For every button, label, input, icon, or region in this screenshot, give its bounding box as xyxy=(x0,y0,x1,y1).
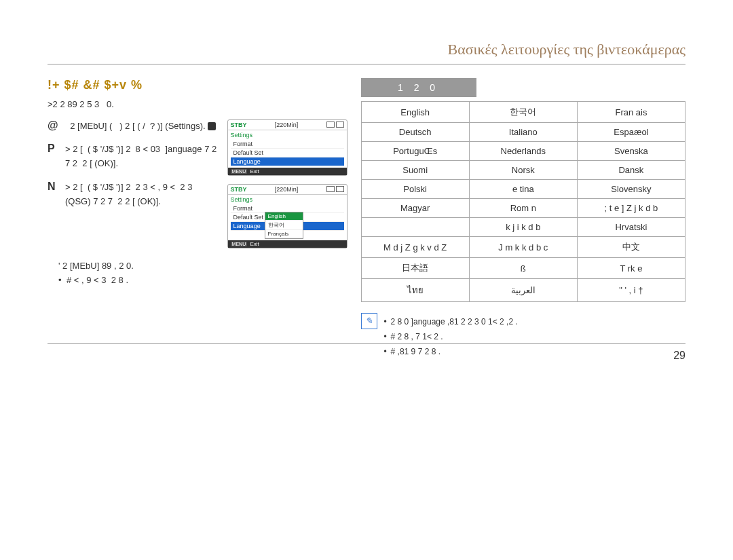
note-item: # 2 8 , 7 1< 2 . xyxy=(384,331,518,343)
stby-label: STBY xyxy=(231,122,247,128)
submenu-english[interactable]: English xyxy=(265,212,303,221)
note-item: 2 8 0 ]anguage ,81 2 2 3 0 1< 2 ,2 . xyxy=(384,316,518,328)
language-cell: " ' , i † xyxy=(577,279,685,302)
language-cell: Italiano xyxy=(469,123,577,142)
language-cell: Deutsch xyxy=(361,123,469,142)
camera-screen-settings: STBY [220Min] Settings Format Default Se… xyxy=(227,119,347,176)
exit-label: Exit xyxy=(250,168,259,174)
language-cell: 日本語 xyxy=(361,258,469,279)
menu-badge: MENU xyxy=(231,169,248,174)
intro-text: >2 2 89 2 5 3 0. xyxy=(48,98,347,111)
rec-time: [220Min] xyxy=(275,186,299,193)
stby-label: STBY xyxy=(231,186,247,193)
menu-item-default-set[interactable]: Default Set xyxy=(231,149,344,157)
battery-icon xyxy=(336,122,344,128)
section-title: !+ $# &# $+v % xyxy=(48,78,347,92)
header-divider xyxy=(48,64,685,64)
language-table: English한국어Fran aisDeutschItalianoEspaæol… xyxy=(361,101,685,302)
step-text: 2 [MEbU] ( ) 2 [ ( / ? )] (Settings). xyxy=(65,119,219,134)
after-step-text: ' 2 [MEbU] 89 , 2 0. xyxy=(58,261,347,271)
step-number: N xyxy=(48,181,60,209)
rec-time: [220Min] xyxy=(275,122,299,128)
language-cell: العربية xyxy=(469,279,577,302)
submenu-korean[interactable]: 한국어 xyxy=(265,221,303,230)
language-cell: Norsk xyxy=(469,161,577,180)
after-step-bullet: # < , 9 < 3 2 8 . xyxy=(58,274,347,287)
sd-icon xyxy=(326,122,335,128)
menu-badge: MENU xyxy=(231,242,248,246)
chapter-title: Βασικές λειτουργίες της βιντεοκάμερας xyxy=(48,41,685,58)
note-body: 2 8 0 ]anguage ,81 2 2 3 0 1< 2 ,2 . # 2… xyxy=(384,313,518,358)
language-cell: 한국어 xyxy=(469,102,577,123)
step-number: P xyxy=(48,143,60,171)
note-icon: ✎ xyxy=(361,313,377,329)
language-cell: Hrvatski xyxy=(577,218,685,237)
language-cell: T rk e xyxy=(577,258,685,279)
language-cell: M d j Z g k v d Z xyxy=(361,237,469,258)
settings-icon xyxy=(208,122,216,130)
language-cell: Dansk xyxy=(577,161,685,180)
camera-screen-language: STBY [220Min] Settings Format Default Se… xyxy=(227,184,347,248)
language-cell: J m k k d b c xyxy=(469,237,577,258)
language-cell: PortuguŒs xyxy=(361,142,469,161)
exit-label: Exit xyxy=(250,241,259,247)
language-cell: Polski xyxy=(361,180,469,199)
language-cell: Rom n xyxy=(469,199,577,218)
footer-divider xyxy=(48,343,685,344)
submenu-francais[interactable]: Français xyxy=(265,230,303,238)
step-1-text: 2 [MEbU] ( ) 2 [ ( / ? )] (Settings). xyxy=(65,121,206,131)
language-cell: Suomi xyxy=(361,161,469,180)
language-cell: 中文 xyxy=(577,237,685,258)
language-cell: Espaæol xyxy=(577,123,685,142)
language-submenu: English 한국어 Français xyxy=(265,212,303,239)
language-cell: Svenska xyxy=(577,142,685,161)
note-item: # ,81 9 7 2 8 . xyxy=(384,346,518,358)
page-number: 29 xyxy=(673,350,685,362)
language-cell: Fran ais xyxy=(577,102,685,123)
language-cell: k j i k d b xyxy=(469,218,577,237)
language-cell xyxy=(361,218,469,237)
language-cell: e tina xyxy=(469,180,577,199)
language-cell: Nederlands xyxy=(469,142,577,161)
instruction-steps: @ 2 [MEbU] ( ) 2 [ ( / ? )] (Settings). … xyxy=(48,119,219,257)
sd-icon xyxy=(326,186,335,192)
language-cell: Magyar xyxy=(361,199,469,218)
language-cell: English xyxy=(361,102,469,123)
step-text: > 2 [ ( $ '/J$ ')] 2 8 < 03 ]anguage 7 2… xyxy=(65,143,219,171)
language-cell: ไทย xyxy=(361,279,469,302)
options-heading: 1 2 0 xyxy=(361,78,476,97)
step-number: @ xyxy=(48,119,60,134)
language-cell: ß xyxy=(469,258,577,279)
battery-icon xyxy=(336,186,344,192)
menu-item-language[interactable]: Language xyxy=(231,157,344,166)
language-cell: ; t e ] Z j k d b xyxy=(577,199,685,218)
step-text: > 2 [ ( $ '/J$ ')] 2 2 3 < , 9 < 2 3 (QS… xyxy=(65,181,219,209)
menu-item-format[interactable]: Format xyxy=(231,140,344,149)
menu-heading: Settings xyxy=(231,132,344,138)
language-cell: Slovensky xyxy=(577,180,685,199)
menu-heading: Settings xyxy=(231,196,344,203)
